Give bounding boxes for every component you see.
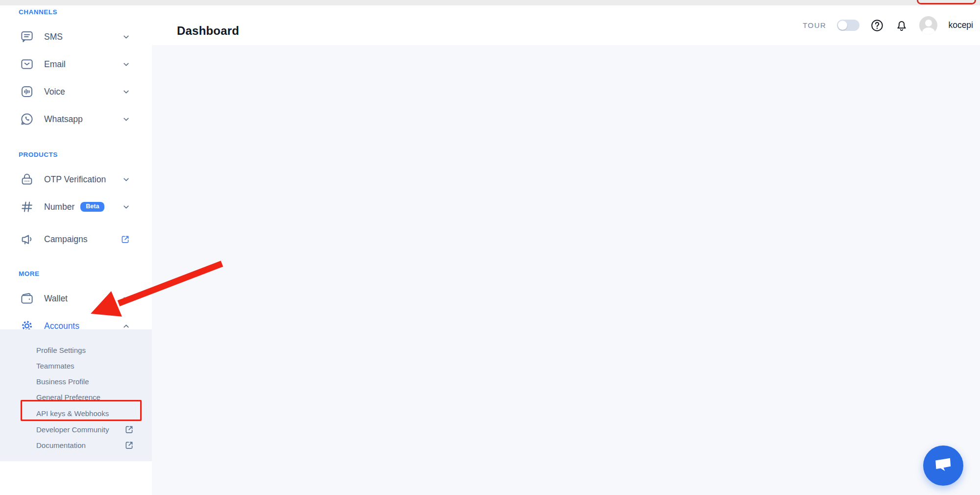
avatar[interactable] <box>919 16 937 34</box>
chevron-down-icon <box>122 115 130 124</box>
more-section-label: MORE <box>19 270 152 277</box>
sidebar-item-label: Voice <box>44 87 65 97</box>
tour-label: TOUR <box>803 21 826 29</box>
sms-icon <box>20 29 34 44</box>
sidebar-item-otp-verification[interactable]: OTP Verification <box>0 170 152 189</box>
sidebar-item-label: Whatsapp <box>44 114 83 124</box>
external-link-icon <box>120 234 130 245</box>
sidebar-item-label: Number <box>44 202 74 212</box>
submenu-item-developer-community[interactable]: Developer Community <box>0 421 152 437</box>
submenu-item-profile-settings[interactable]: Profile Settings <box>0 342 152 358</box>
tour-toggle[interactable] <box>837 20 859 31</box>
sidebar: CHANNELS SMS Email Voice Whatsapp PROD <box>0 5 152 495</box>
sidebar-item-email[interactable]: Email <box>0 54 152 74</box>
whatsapp-icon <box>20 112 34 126</box>
chevron-down-icon <box>122 33 130 41</box>
beta-badge: Beta <box>80 202 104 212</box>
page-title: Dashboard <box>177 24 239 38</box>
notifications-bell-icon[interactable] <box>895 19 908 32</box>
sidebar-item-label: SMS <box>44 32 63 42</box>
products-section-label: PRODUCTS <box>19 151 152 158</box>
external-link-icon <box>124 440 134 450</box>
submenu-item-api-keys-webhooks[interactable]: API keys & Webhooks <box>0 405 152 421</box>
toggle-knob <box>838 21 847 30</box>
browser-chrome-strip <box>0 0 980 5</box>
topbar-actions: TOUR kocepi <box>803 5 973 45</box>
voice-icon <box>20 84 34 99</box>
sidebar-item-label: Wallet <box>44 294 68 304</box>
sidebar-item-campaigns[interactable]: Campaigns <box>0 229 152 249</box>
red-annotation-fragment <box>917 0 976 4</box>
chevron-down-icon <box>122 203 130 211</box>
sidebar-item-label: OTP Verification <box>44 174 106 185</box>
chevron-up-icon <box>122 322 130 330</box>
otp-lock-icon <box>20 172 34 187</box>
submenu-item-label: Documentation <box>36 441 86 449</box>
sidebar-item-label: Campaigns <box>44 234 88 245</box>
wallet-icon <box>20 291 34 306</box>
submenu-item-documentation[interactable]: Documentation <box>0 437 152 453</box>
sidebar-item-whatsapp[interactable]: Whatsapp <box>0 109 152 129</box>
sidebar-item-label: Email <box>44 59 66 70</box>
help-icon[interactable] <box>870 19 884 32</box>
accounts-submenu: Profile Settings Teammates Business Prof… <box>0 329 152 461</box>
chevron-down-icon <box>122 175 130 184</box>
chevron-down-icon <box>122 295 130 303</box>
megaphone-icon <box>20 232 34 247</box>
sidebar-item-voice[interactable]: Voice <box>0 82 152 101</box>
submenu-item-label: Developer Community <box>36 425 109 434</box>
sidebar-item-number[interactable]: Number Beta <box>0 197 152 217</box>
sidebar-item-sms[interactable]: SMS <box>0 27 152 47</box>
submenu-item-general-preference[interactable]: General Preference <box>0 389 152 405</box>
sidebar-item-wallet[interactable]: Wallet <box>0 289 152 308</box>
submenu-item-teammates[interactable]: Teammates <box>0 358 152 373</box>
username[interactable]: kocepi <box>948 20 973 30</box>
chat-fab-button[interactable] <box>923 446 963 486</box>
external-link-icon <box>124 424 134 435</box>
email-icon <box>20 57 34 72</box>
chat-bubble-icon <box>932 455 955 476</box>
channels-section-label: CHANNELS <box>19 8 152 16</box>
submenu-item-business-profile[interactable]: Business Profile <box>0 373 152 389</box>
chevron-down-icon <box>122 60 130 69</box>
hashtag-icon <box>20 199 34 214</box>
main-content <box>152 45 980 495</box>
chevron-down-icon <box>122 88 130 96</box>
